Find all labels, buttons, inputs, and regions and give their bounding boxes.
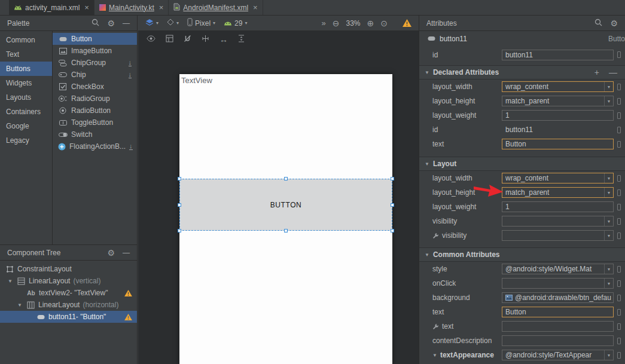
default-margins-icon[interactable] bbox=[202, 35, 209, 44]
layout-layout-height-dropdown[interactable]: match_parent ▾ bbox=[502, 187, 614, 198]
blueprint-surface-icon[interactable] bbox=[166, 35, 173, 44]
favorite-flag-icon[interactable] bbox=[617, 84, 621, 90]
palette-item-imagebutton[interactable]: ImageButton bbox=[53, 45, 137, 57]
favorite-flag-icon[interactable] bbox=[617, 98, 621, 105]
resize-handle[interactable] bbox=[178, 177, 181, 181]
favorite-flag-icon[interactable] bbox=[617, 309, 621, 316]
favorite-flag-icon[interactable] bbox=[617, 338, 621, 344]
close-icon[interactable]: × bbox=[253, 4, 258, 11]
favorite-flag-icon[interactable] bbox=[617, 233, 621, 239]
declared-layout-width-dropdown[interactable]: wrap_content ▾ bbox=[502, 81, 614, 92]
palette-item-chip[interactable]: Chip ↓ bbox=[53, 69, 137, 81]
add-attribute-button[interactable]: + bbox=[594, 68, 599, 77]
tab-mainactivity-kt[interactable]: MainActivity.kt × bbox=[94, 0, 169, 15]
common-tools-text-input[interactable] bbox=[502, 321, 614, 332]
palette-category-containers[interactable]: Containers bbox=[0, 105, 52, 119]
close-icon[interactable]: × bbox=[159, 4, 164, 11]
layout-visibility-dropdown[interactable]: ▾ bbox=[502, 216, 614, 227]
zoom-out-button[interactable]: ⊖ bbox=[333, 19, 340, 27]
palette-item-switch[interactable]: Switch bbox=[53, 129, 137, 140]
resize-handle[interactable] bbox=[178, 203, 181, 207]
favorite-flag-icon[interactable] bbox=[617, 218, 621, 225]
palette-category-google[interactable]: Google bbox=[0, 119, 52, 133]
favorite-flag-icon[interactable] bbox=[617, 112, 621, 119]
expand-arrow-icon[interactable]: ▼ bbox=[17, 302, 23, 308]
layout-layout-width-dropdown[interactable]: wrap_content ▾ bbox=[502, 173, 614, 183]
canvas-textview[interactable]: TextView bbox=[181, 76, 212, 85]
common-text-input[interactable]: Button bbox=[502, 307, 614, 317]
view-options-eye-icon[interactable] bbox=[147, 35, 156, 44]
palette-item-radiogroup[interactable]: RadioGroup bbox=[53, 93, 137, 105]
section-common-attributes[interactable]: ▼ Common Attributes bbox=[419, 247, 625, 262]
favorite-flag-icon[interactable] bbox=[617, 266, 621, 273]
search-icon[interactable] bbox=[594, 19, 602, 28]
layout-tools-visibility-dropdown[interactable]: ▾ bbox=[502, 230, 614, 241]
favorite-flag-icon[interactable] bbox=[617, 175, 621, 182]
zoom-in-button[interactable]: ⊕ bbox=[367, 19, 374, 27]
device-selector[interactable]: Pixel ▾ bbox=[187, 18, 215, 28]
declared-text-input[interactable]: Button bbox=[502, 139, 614, 149]
collapse-arrow-icon[interactable]: ▼ bbox=[432, 353, 437, 358]
favorite-flag-icon[interactable] bbox=[617, 280, 621, 287]
chevron-down-icon[interactable]: ▾ bbox=[604, 173, 613, 183]
common-background-input[interactable]: @android:drawable/btn_defau bbox=[502, 292, 614, 303]
resize-handle[interactable] bbox=[284, 229, 288, 233]
favorite-flag-icon[interactable] bbox=[617, 352, 621, 359]
close-icon[interactable]: × bbox=[84, 4, 89, 11]
palette-item-togglebutton[interactable]: ToggleButton bbox=[53, 117, 137, 129]
favorite-flag-icon[interactable] bbox=[617, 204, 621, 210]
chevron-down-icon[interactable]: ▾ bbox=[604, 350, 613, 360]
declared-layout-weight-input[interactable]: 1 bbox=[502, 110, 614, 121]
chevron-down-icon[interactable]: ▾ bbox=[604, 231, 613, 240]
gear-icon[interactable]: ⚙ bbox=[107, 249, 115, 257]
gear-icon[interactable]: ⚙ bbox=[107, 19, 115, 27]
gear-icon[interactable]: ⚙ bbox=[610, 19, 618, 27]
declared-layout-height-dropdown[interactable]: match_parent ▾ bbox=[502, 96, 614, 106]
id-input[interactable]: button11 bbox=[502, 50, 614, 60]
chevron-down-icon[interactable]: ▾ bbox=[604, 279, 613, 288]
palette-category-buttons[interactable]: Buttons bbox=[0, 62, 52, 76]
tab-activity-main-xml[interactable]: activity_main.xml × bbox=[9, 0, 94, 15]
common-onclick-dropdown[interactable]: ▾ bbox=[502, 278, 614, 289]
api-level-selector[interactable]: 29 ▾ bbox=[224, 19, 247, 27]
section-layout[interactable]: ▼ Layout bbox=[419, 157, 625, 171]
favorite-flag-icon[interactable] bbox=[617, 323, 621, 330]
tree-item-button11[interactable]: button11- "Button" bbox=[0, 311, 137, 323]
pan-horizontal-icon[interactable]: ↔ bbox=[219, 35, 228, 44]
palette-item-checkbox[interactable]: CheckBox bbox=[53, 81, 137, 93]
resize-handle[interactable] bbox=[391, 177, 394, 181]
canvas-selected-button[interactable]: BUTTON bbox=[179, 179, 392, 231]
zoom-to-fit-button[interactable]: ⊙ bbox=[380, 19, 388, 27]
tree-item-textview2[interactable]: Ab textView2- "TextView" bbox=[0, 287, 137, 299]
chevron-down-icon[interactable]: ▾ bbox=[604, 96, 613, 106]
remove-attribute-button[interactable]: — bbox=[609, 68, 617, 77]
favorite-flag-icon[interactable] bbox=[617, 51, 621, 58]
palette-category-common[interactable]: Common bbox=[0, 33, 52, 47]
hide-panel-icon[interactable]: — bbox=[123, 19, 130, 27]
chevron-down-icon[interactable]: ▾ bbox=[604, 216, 613, 226]
favorite-flag-icon[interactable] bbox=[617, 127, 621, 133]
layout-layout-weight-input[interactable]: 1 bbox=[502, 201, 614, 212]
palette-item-floatingactionbutton[interactable]: FloatingActionB... ↓ bbox=[53, 140, 137, 152]
warning-icon[interactable] bbox=[403, 19, 411, 27]
resize-handle[interactable] bbox=[284, 177, 288, 181]
resize-handle[interactable] bbox=[391, 229, 394, 233]
chevron-down-icon[interactable]: ▾ bbox=[604, 188, 613, 197]
palette-category-layouts[interactable]: Layouts bbox=[0, 90, 52, 105]
resize-handle[interactable] bbox=[178, 229, 181, 233]
tab-androidmanifest-xml[interactable]: AndroidManifest.xml × bbox=[169, 0, 263, 15]
resize-handle[interactable] bbox=[391, 203, 394, 207]
section-declared-attributes[interactable]: ▼ Declared Attributes + — bbox=[419, 65, 625, 79]
toolbar-overflow-icon[interactable]: » bbox=[322, 19, 326, 27]
tree-item-constraintlayout[interactable]: ConstraintLayout bbox=[0, 263, 137, 275]
chevron-down-icon[interactable]: ▾ bbox=[604, 82, 613, 91]
design-surface-selector[interactable]: ▾ bbox=[145, 19, 158, 27]
hide-panel-icon[interactable]: — bbox=[123, 249, 130, 257]
favorite-flag-icon[interactable] bbox=[617, 189, 621, 196]
tree-item-linearlayout-horizontal[interactable]: ▼ LinearLayout(horizontal) bbox=[0, 299, 137, 311]
palette-item-button[interactable]: Button bbox=[53, 33, 137, 45]
favorite-flag-icon[interactable] bbox=[617, 295, 621, 301]
chevron-down-icon[interactable]: ▾ bbox=[604, 264, 613, 274]
autoconnect-off-magnet-icon[interactable] bbox=[184, 35, 191, 44]
search-icon[interactable] bbox=[92, 19, 99, 28]
